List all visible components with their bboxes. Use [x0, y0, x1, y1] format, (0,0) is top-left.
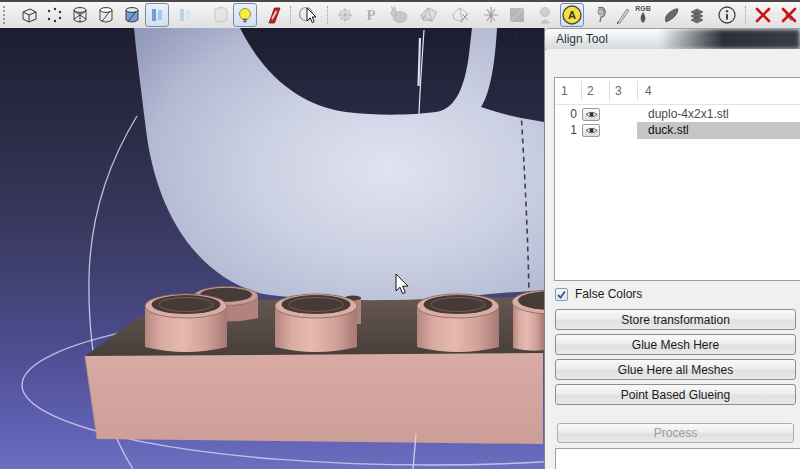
layers-icon[interactable]: [685, 3, 709, 27]
eye-icon: [585, 110, 598, 119]
axis-star-icon[interactable]: [479, 3, 503, 27]
mesh-bunny-icon[interactable]: [387, 3, 411, 27]
p-glyph: P: [366, 7, 375, 24]
mesh-cut-b-icon[interactable]: [448, 3, 472, 27]
row-index: 0: [561, 107, 577, 121]
table-header-4: 4: [645, 84, 652, 98]
align-tool-icon[interactable]: A: [560, 3, 584, 27]
table-row[interactable]: 0 duplo-4x2x1.stl: [555, 107, 800, 123]
head-icon[interactable]: [533, 3, 557, 27]
eye-visibility-button[interactable]: [582, 124, 600, 137]
eye-visibility-button[interactable]: [582, 108, 600, 121]
flat-lines-icon[interactable]: [120, 3, 144, 27]
brick-front-face: [85, 353, 543, 444]
trackball-manipulator-icon[interactable]: [296, 3, 320, 27]
delete-all-icon[interactable]: [777, 3, 800, 27]
false-colors-row: False Colors: [555, 287, 642, 301]
dialog-titlebar[interactable]: Align Tool: [545, 28, 800, 50]
flat-shading-icon[interactable]: [145, 3, 169, 27]
point-based-glueing-button[interactable]: Point Based Glueing: [555, 384, 796, 405]
bounding-box-icon[interactable]: [17, 3, 41, 27]
table-header-3: 3: [615, 84, 622, 98]
toolbar-separator: [290, 6, 293, 24]
table-header-2: 2: [587, 84, 594, 98]
paint-icon[interactable]: [659, 3, 683, 27]
result-log-panel: [555, 448, 800, 469]
toolbar-separator: [327, 6, 330, 24]
hidden-lines-icon[interactable]: [94, 3, 118, 27]
background-grid-icon[interactable]: [505, 3, 529, 27]
header-separator: [581, 81, 582, 101]
shader-icon[interactable]: [261, 3, 285, 27]
p-snapshot-icon[interactable]: P: [359, 3, 383, 27]
mesh-name: duck.stl: [648, 123, 689, 137]
points-icon[interactable]: [42, 3, 66, 27]
smooth-shading-icon[interactable]: [173, 3, 197, 27]
false-colors-checkbox[interactable]: [555, 288, 568, 301]
rgb-icon[interactable]: RGB: [631, 3, 655, 27]
light-icon[interactable]: [233, 3, 257, 27]
table-row[interactable]: 1 duck.stl: [555, 123, 800, 139]
eye-icon: [585, 126, 598, 135]
store-transformation-button[interactable]: Store transformation: [555, 309, 796, 330]
process-button[interactable]: Process: [557, 423, 794, 443]
check-icon: [556, 289, 567, 300]
pin-icon[interactable]: [589, 3, 613, 27]
glue-mesh-here-button[interactable]: Glue Mesh Here: [555, 334, 796, 355]
glue-here-all-meshes-button[interactable]: Glue Here all Meshes: [555, 359, 796, 380]
titlebar-glass-blur: [660, 29, 800, 49]
toolbar-grip[interactable]: [3, 6, 9, 24]
brick-front-studs: [145, 294, 499, 352]
dialog-body: 1 2 3 4 0 duplo-4x2x1.stl 1: [547, 49, 800, 469]
meshlab-window: P A RGB: [0, 0, 800, 469]
mesh-table[interactable]: 1 2 3 4 0 duplo-4x2x1.stl 1: [554, 77, 800, 281]
table-header-1: 1: [561, 84, 568, 98]
align-letter: A: [568, 9, 576, 21]
texture-icon[interactable]: [209, 3, 233, 27]
info-icon[interactable]: [715, 3, 739, 27]
mesh-name: duplo-4x2x1.stl: [648, 107, 729, 121]
toolbar-separator: [745, 6, 748, 24]
align-tool-dialog: Align Tool 1 2 3 4 0 duplo-4x2x1.stl: [544, 28, 800, 469]
header-bottom-line: [555, 104, 800, 105]
main-toolbar: P A RGB: [0, 2, 800, 29]
wireframe-icon[interactable]: [68, 3, 92, 27]
header-separator: [637, 81, 638, 101]
false-colors-label: False Colors: [575, 287, 642, 301]
dialog-title: Align Tool: [556, 32, 608, 46]
freeze-matrix-icon[interactable]: [333, 3, 357, 27]
row-index: 1: [561, 123, 577, 137]
header-separator: [609, 81, 610, 101]
3d-viewport[interactable]: [0, 28, 544, 469]
delete-mesh-icon[interactable]: [751, 3, 775, 27]
mesh-cut-a-icon[interactable]: [417, 3, 441, 27]
